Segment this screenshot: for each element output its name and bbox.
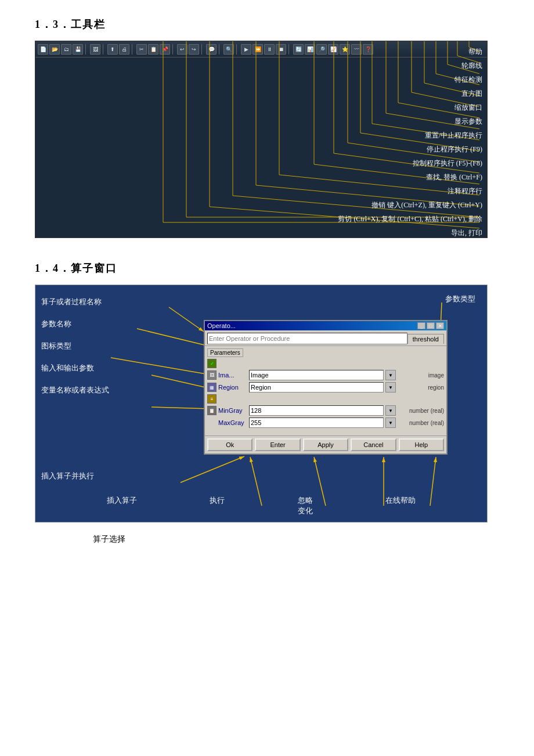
op-param-mingray: 📋 MinGray ▼ number (real) [207,405,444,416]
op-icon-image: 🖼 [207,370,217,380]
op-name-maxgray: MaxGray [218,419,247,426]
label-display: 显示参数 [338,117,482,127]
svg-line-41 [111,358,212,375]
op-icon-mingray: 📋 [207,406,217,415]
op-type-image: image [398,372,444,379]
op-apply-button[interactable]: Apply [303,438,348,451]
op-buttons: Ok Enter Apply Cancel Help [205,435,446,453]
op-ok-button[interactable]: Ok [207,438,252,451]
op-type-region: region [398,384,444,391]
op-close-btn[interactable]: ✕ [436,322,444,329]
op-icon-indicator: ✓ [207,359,217,368]
op-dropdown-mingray[interactable]: ▼ [385,405,396,416]
label-histogram: 直方图 [338,89,482,99]
op-help-button[interactable]: Help [399,438,444,451]
op-type-mingray: number (real) [398,408,444,414]
sw-label-param-name: 参数名称 [41,319,109,329]
sw-label-var-expr: 变量名称或者表达式 [41,385,109,395]
op-dropdown-maxgray[interactable]: ▼ [385,417,396,428]
op-input-mingray[interactable] [249,405,384,416]
op-type-maxgray: number (real) [398,420,444,426]
op-search-row: threshold [205,330,446,346]
op-icon-spacer: ≡ [207,394,217,404]
sw-label-operator: 算子或者过程名称 [41,297,109,307]
label-control: 控制程序执行 (F5)-(F8) [338,159,482,168]
footer-note: 算子选择 [35,534,499,545]
svg-line-39 [169,307,204,332]
op-param-region: ▦ Region ▼ region [207,382,444,393]
op-params-section: Parameters ✓ 🖼 Ima... ▼ image ▦ Region ▼… [205,346,446,435]
label-zoom: 缩放窗口 [338,103,482,113]
sw-bl-ignore: 忽略 变化 [298,495,313,516]
sw-bl-help: 在线帮助 [385,495,416,516]
label-find: 查找, 替换 (Ctrl+F) [338,172,482,182]
label-reset: 重置/中止程序执行 [338,131,482,141]
label-feature: 特征检测 [338,75,482,85]
op-input-image[interactable] [249,370,384,380]
label-stop: 停止程序执行 (F9) [338,145,482,154]
op-params-label: Parameters [207,348,243,357]
subwindow-diagram: .sw-line { stroke: #e8b800; stroke-width… [35,285,488,523]
op-icon-region: ▦ [207,383,217,392]
op-input-region[interactable] [249,382,384,393]
op-search-input[interactable] [207,333,407,344]
operator-window: Operato... _ □ ✕ threshold Parameters ✓ … [204,320,448,455]
op-dropdown-image[interactable]: ▼ [385,370,396,380]
subwindow-left-labels: 算子或者过程名称 参数名称 图标类型 输入和输出参数 变量名称或者表达式 [41,297,109,395]
op-title: Operato... [207,322,236,329]
op-dropdown-region[interactable]: ▼ [385,382,396,393]
section1-title: 1．3．工具栏 [35,17,499,31]
section2-title: 1．4．算子窗口 [35,261,499,275]
op-titlebar: Operato... _ □ ✕ [205,321,446,330]
op-name-mingray: MinGray [218,407,247,414]
sw-bl-execute: 执行 [210,495,225,516]
svg-line-45 [181,456,244,483]
op-cancel-button[interactable]: Cancel [351,438,396,451]
op-name-image: Ima... [218,372,247,379]
sw-param-type-label: 参数类型 [445,294,475,304]
sw-bottom-labels: 插入算子 执行 忽略 变化 在线帮助 [35,495,487,516]
op-param-maxgray: MaxGray ▼ number (real) [207,417,444,428]
op-tab-threshold[interactable]: threshold [407,334,444,344]
op-name-region: Region [218,384,247,391]
op-minimize-btn[interactable]: _ [417,322,425,329]
toolbar-right-labels: 帮助 轮廓线 特征检测 直方图 缩放窗口 显示参数 重置/中止程序执行 停止程序… [338,47,482,238]
op-input-maxgray[interactable] [249,417,384,428]
label-contour: 轮廓线 [338,61,482,71]
op-enter-button[interactable]: Enter [255,438,300,451]
sw-label-io-params: 输入和输出参数 [41,363,109,373]
sw-bl-insert: 插入算子 [107,495,137,516]
sw-label-icon-type: 图标类型 [41,341,109,351]
op-param-spacer: ≡ [207,394,444,404]
label-comment: 注释程序行 [338,186,482,196]
op-icon-row: ✓ [207,359,444,368]
label-cut: 剪切 (Ctrl+X), 复制 (Ctrl+C), 粘贴 (Ctrl+V), 删… [338,214,482,224]
toolbar-diagram: 📄 📂 🗂 💾 🖼 ⬆ 🖨 ✂ 📋 📌 ↩ ↪ 💬 🔍 ▶ ⏩ ⏸ ⏹ [35,41,488,238]
label-undo: 撤销 键入(Ctrl+Z), 重复键入 (Ctrl+Y) [338,200,482,210]
label-help: 帮助 [338,47,482,57]
label-export: 导出, 打印 [338,228,482,238]
op-param-image: 🖼 Ima... ▼ image [207,370,444,380]
sw-insert-label: 插入算子并执行 [41,471,94,481]
op-maximize-btn[interactable]: □ [427,322,435,329]
